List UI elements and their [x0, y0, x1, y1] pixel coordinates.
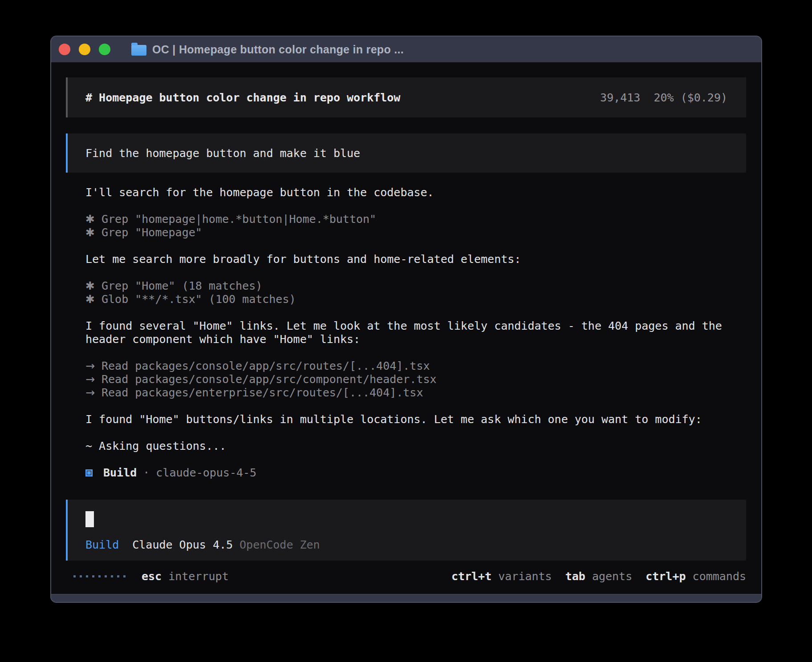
- shortcut-commands: ctrl+p commands: [646, 570, 746, 583]
- session-header: # Homepage button color change in repo w…: [66, 77, 746, 117]
- tool-call: ✱ Grep "Homepage": [85, 226, 746, 239]
- asterisk-icon: ✱: [85, 279, 95, 292]
- asterisk-icon: ✱: [85, 226, 95, 239]
- spinner-dots-icon: [73, 575, 126, 577]
- shortcut-label: commands: [693, 570, 746, 583]
- shortcut-label: variants: [498, 570, 552, 583]
- agent-mode-icon: [85, 469, 93, 476]
- tool-call: ✱ Grep "homepage|home.*button|Home.*butt…: [85, 213, 746, 226]
- tool-call: → Read packages/console/app/src/componen…: [85, 373, 746, 386]
- tool-call-group: ✱ Grep "Home" (18 matches) ✱ Glob "**/*.…: [85, 279, 746, 306]
- user-message: Find the homepage button and make it blu…: [66, 133, 746, 173]
- agent-status-line: Build · claude-opus-4-5: [85, 466, 746, 480]
- shortcut-key: ctrl+p: [646, 570, 686, 583]
- window-bottom-edge: [51, 594, 761, 602]
- tool-call-label: Read packages/console/app/src/component/…: [102, 373, 437, 386]
- tool-call-group: → Read packages/console/app/src/routes/[…: [85, 359, 746, 400]
- user-message-text: Find the homepage button and make it blu…: [85, 147, 360, 160]
- model-label: Claude Opus 4.5: [132, 538, 233, 551]
- mode-label: Build: [85, 538, 119, 551]
- assistant-text: Let me search more broadly for buttons a…: [85, 253, 746, 266]
- status-bar: esc interrupt ctrl+t variants tab agents…: [73, 569, 746, 583]
- session-title: # Homepage button color change in repo w…: [85, 91, 600, 104]
- tool-call: → Read packages/enterprise/src/routes/[.…: [85, 386, 746, 400]
- tool-call-label: Grep "Homepage": [102, 226, 202, 239]
- shortcut-key: tab: [565, 570, 585, 583]
- tool-call-label: Grep "homepage|home.*button|Home.*button…: [102, 213, 376, 226]
- agent-model: claude-opus-4-5: [156, 466, 256, 480]
- folder-icon: [131, 45, 146, 56]
- arrow-right-icon: →: [85, 386, 95, 399]
- tool-call: → Read packages/console/app/src/routes/[…: [85, 359, 746, 373]
- session-usage: 39,41320% ($0.29): [600, 91, 727, 104]
- arrow-right-icon: →: [85, 359, 95, 372]
- tool-call-label: Glob "**/*.tsx" (100 matches): [102, 293, 296, 306]
- provider-label: OpenCode Zen: [240, 538, 320, 551]
- shortcut-interrupt: esc interrupt: [142, 570, 229, 583]
- input-status-line: Build Claude Opus 4.5 OpenCode Zen: [85, 538, 746, 551]
- maximize-button[interactable]: [99, 44, 110, 55]
- tool-call: ✱ Glob "**/*.tsx" (100 matches): [85, 293, 746, 306]
- window-title: OC | Homepage button color change in rep…: [152, 43, 404, 56]
- shortcut-variants: ctrl+t variants: [451, 570, 552, 583]
- close-button[interactable]: [59, 44, 70, 55]
- titlebar[interactable]: OC | Homepage button color change in rep…: [51, 36, 761, 62]
- token-count: 39,413: [600, 91, 640, 104]
- status-text: ~ Asking questions...: [85, 440, 746, 453]
- agent-name: Build: [103, 466, 137, 480]
- assistant-text: I found "Home" buttons/links in multiple…: [85, 413, 746, 426]
- assistant-text: I'll search for the homepage button in t…: [85, 186, 746, 199]
- shortcut-hints: ctrl+t variants tab agents ctrl+p comman…: [451, 570, 746, 583]
- prompt-input[interactable]: Build Claude Opus 4.5 OpenCode Zen: [66, 500, 746, 561]
- asterisk-icon: ✱: [85, 213, 95, 226]
- assistant-text: I found several "Home" links. Let me loo…: [85, 319, 746, 346]
- asterisk-icon: ✱: [85, 293, 95, 306]
- text-cursor[interactable]: [85, 511, 94, 527]
- shortcut-label: agents: [592, 570, 632, 583]
- arrow-right-icon: →: [85, 373, 95, 386]
- separator-dot: ·: [143, 466, 150, 480]
- shortcut-key: ctrl+t: [451, 570, 491, 583]
- shortcut-key: esc: [142, 570, 162, 583]
- tool-call-label: Grep "Home" (18 matches): [102, 279, 262, 292]
- conversation: I'll search for the homepage button in t…: [85, 186, 746, 480]
- tool-call-label: Read packages/console/app/src/routes/[..…: [102, 359, 430, 372]
- minimize-button[interactable]: [79, 44, 90, 55]
- tool-call-group: ✱ Grep "homepage|home.*button|Home.*butt…: [85, 213, 746, 239]
- tool-call-label: Read packages/enterprise/src/routes/[...…: [102, 386, 423, 399]
- shortcut-agents: tab agents: [565, 570, 633, 583]
- shortcut-label: interrupt: [168, 570, 228, 583]
- app-window: OC | Homepage button color change in rep…: [50, 36, 762, 603]
- tool-call: ✱ Grep "Home" (18 matches): [85, 279, 746, 293]
- context-usage: 20% ($0.29): [654, 91, 727, 104]
- terminal-pane: # Homepage button color change in repo w…: [51, 62, 761, 594]
